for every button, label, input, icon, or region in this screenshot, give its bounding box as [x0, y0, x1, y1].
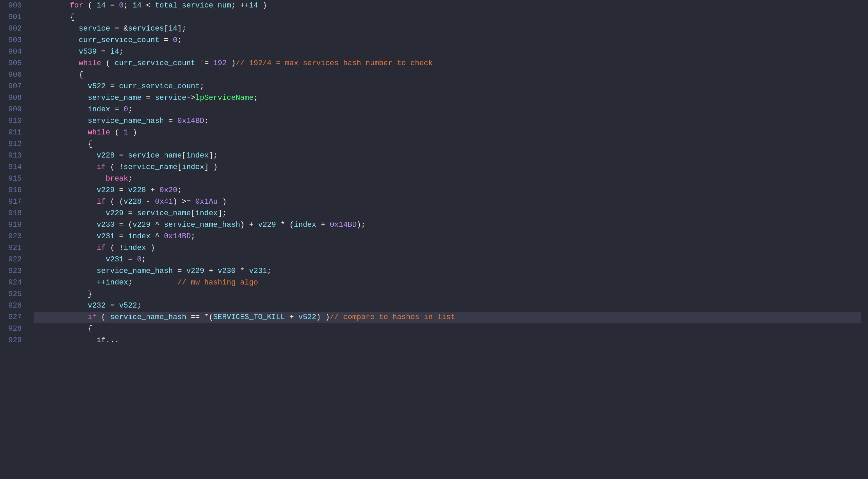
line-number: 916 — [3, 185, 22, 196]
token-plain — [34, 267, 97, 275]
token-plain: ; — [267, 267, 272, 275]
token-plain — [34, 278, 97, 287]
token-plain — [34, 1, 70, 10]
token-var: i4 — [110, 48, 119, 56]
line-number: 906 — [3, 69, 22, 81]
token-plain: == *( — [186, 313, 213, 321]
code-line: service_name = service->lpServiceName; — [34, 92, 861, 104]
token-plain: ; — [128, 278, 132, 287]
code-line: curr_service_count = 0; — [34, 35, 861, 46]
token-plain: = — [115, 151, 128, 160]
token-plain — [34, 13, 70, 21]
token-plain: = — [142, 94, 155, 102]
token-plain: ^ — [150, 221, 164, 229]
line-number: 928 — [3, 323, 22, 335]
line-number: 902 — [3, 23, 22, 35]
token-plain — [34, 209, 106, 218]
token-var: service_name — [137, 209, 191, 218]
token-plain — [34, 36, 79, 44]
token-plain: } — [88, 290, 92, 298]
token-plain — [34, 48, 79, 56]
token-plain: ) ) — [316, 313, 330, 321]
token-var: v522 — [88, 82, 106, 91]
token-plain: = — [110, 105, 124, 114]
token-plain: + — [316, 221, 330, 229]
token-kw: while — [79, 59, 101, 68]
token-var: v232 — [88, 301, 106, 310]
token-num: 0x20 — [160, 186, 178, 195]
token-var: service — [155, 94, 186, 102]
token-plain — [34, 325, 88, 333]
token-plain: ( — [83, 1, 97, 10]
line-number: 923 — [3, 265, 22, 277]
code-lines: for ( i4 = 0; i4 < total_service_num; ++… — [27, 0, 868, 479]
token-num: 192 — [213, 59, 227, 68]
token-var: index — [294, 221, 316, 229]
line-number: 914 — [3, 162, 22, 173]
token-kw: while — [88, 128, 110, 137]
token-plain: ; — [191, 232, 195, 241]
token-var: service_name_hash — [97, 267, 173, 275]
line-number: 919 — [3, 219, 22, 231]
token-var: service_name_hash — [164, 221, 240, 229]
token-var: v230 — [218, 267, 236, 275]
token-kw: if — [97, 163, 106, 171]
line-number: 903 — [3, 35, 22, 46]
token-num: 1 — [124, 128, 128, 137]
line-number: 929 — [3, 335, 22, 346]
line-numbers: 9009019029039049059069079089099109119129… — [0, 0, 27, 479]
token-plain: = & — [110, 24, 128, 33]
token-var: service_name — [88, 94, 141, 102]
token-plain: [ — [191, 209, 195, 218]
token-plain: * — [236, 267, 249, 275]
code-line: while ( curr_service_count != 192 )// 19… — [34, 58, 861, 69]
token-plain — [34, 232, 97, 241]
token-plain: = — [115, 232, 128, 241]
token-var: ++index — [97, 278, 128, 287]
token-plain: { — [88, 325, 92, 333]
token-kw: for — [70, 1, 84, 10]
token-plain: ]; — [218, 209, 226, 218]
line-number: 911 — [3, 127, 22, 139]
token-plain: ) — [146, 244, 155, 252]
token-plain — [34, 140, 88, 148]
token-var: services — [128, 24, 164, 33]
line-number: 904 — [3, 46, 22, 58]
code-line: v229 = v228 + 0x20; — [34, 185, 861, 196]
token-plain: = — [115, 186, 128, 195]
token-num: 0x14BD — [164, 232, 191, 241]
token-plain: ) — [258, 1, 267, 10]
token-plain: + — [146, 186, 160, 195]
token-plain: ( — [97, 313, 110, 321]
token-plain — [34, 301, 88, 310]
token-plain: = — [106, 82, 119, 91]
code-line: v229 = service_name[index]; — [34, 208, 861, 219]
token-plain: ) >= — [173, 198, 195, 206]
line-number: 905 — [3, 58, 22, 69]
line-number: 920 — [3, 231, 22, 242]
code-line: { — [34, 69, 861, 81]
token-var: v229 — [106, 209, 124, 218]
token-var: v539 — [79, 48, 97, 56]
token-num: 0 — [124, 105, 128, 114]
code-line: v232 = v522; — [34, 300, 861, 312]
token-var: v522 — [298, 313, 316, 321]
token-plain: ; — [204, 117, 209, 125]
token-plain — [34, 163, 97, 171]
line-number: 907 — [3, 81, 22, 92]
token-var: i4 — [168, 24, 177, 33]
token-plain: ( — [110, 128, 124, 137]
token-plain — [34, 186, 97, 195]
token-plain: ) — [128, 128, 137, 137]
token-num: 0x14BD — [177, 117, 204, 125]
line-number: 900 — [3, 0, 22, 12]
code-line: v231 = 0; — [34, 254, 861, 265]
token-kw: if — [97, 198, 106, 206]
token-var: v230 — [97, 221, 115, 229]
token-var: index — [195, 209, 218, 218]
token-plain: - — [142, 198, 155, 206]
token-plain — [34, 313, 88, 321]
line-number: 924 — [3, 277, 22, 289]
token-var: v231 — [106, 255, 124, 264]
token-plain — [34, 336, 97, 345]
